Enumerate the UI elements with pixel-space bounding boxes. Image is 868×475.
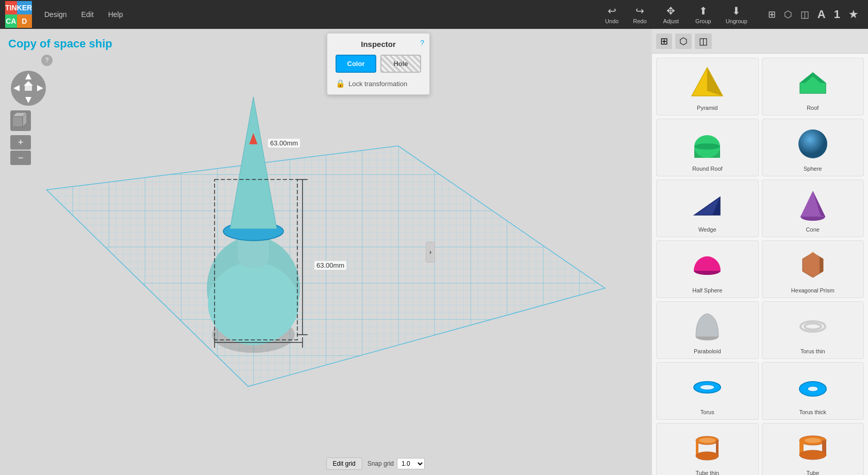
snap-grid-label: Snap grid [368,460,394,467]
shape-round-roof[interactable]: Round Roof [656,119,759,176]
hex-prism-label: Hexagonal Prism [791,287,834,293]
torus-label: Torus [700,409,714,415]
shapes-grid: Pyramid Roof [652,54,868,475]
pyramid-canvas [687,62,728,104]
redo-label: Redo [633,18,646,24]
logo-ca: CA [5,14,17,28]
round-roof-label: Round Roof [692,166,723,172]
zoom-out-button[interactable]: − [10,151,31,165]
zoom-in-button[interactable]: + [10,135,31,150]
pyramid-label: Pyramid [697,105,717,111]
sidebar-grid-button[interactable]: ⊞ [656,34,672,49]
nav-control[interactable] [10,70,46,106]
cone-label: Cone [806,226,820,233]
shape-hex-prism[interactable]: Hexagonal Prism [762,240,864,298]
shape-cone[interactable]: Cone [762,179,864,237]
svg-point-49 [808,386,818,391]
adjust-label: Adjust [663,18,679,24]
half-sphere-canvas [687,245,728,286]
view-num-button[interactable]: 1 [830,6,844,23]
svg-marker-27 [707,68,723,96]
redo-icon: ↪ [636,5,644,17]
wedge-canvas [687,184,728,225]
scene-svg [0,29,652,475]
shape-torus-thick[interactable]: Torus thick [762,362,864,420]
roof-canvas [792,62,833,104]
ungroup-button[interactable]: ⬇ Ungroup [720,3,754,26]
tube-thin-label: Tube thin [696,470,719,475]
help-button[interactable]: ? [41,55,53,66]
lock-transformation-row[interactable]: 🔒 Lock transformation [336,79,421,88]
tube-label: Tube [806,470,819,475]
edit-grid-button[interactable]: Edit grid [326,457,362,470]
svg-marker-11 [46,146,605,386]
shape-paraboloid[interactable]: Paraboloid [656,301,759,359]
main-area: Copy of space ship ? [0,29,868,475]
color-button[interactable]: Color [336,55,376,73]
view-grid-button[interactable]: ⊞ [764,7,780,22]
left-controls: + − [10,70,46,165]
toolbar-undo-redo: ↩ Undo ↪ Redo [599,3,653,26]
svg-point-58 [799,450,826,460]
favorite-button[interactable]: ★ [844,6,863,23]
wedge-label: Wedge [698,226,716,233]
sidebar-box-button[interactable]: ◫ [695,34,712,49]
shape-torus-thin[interactable]: Torus thin [762,301,864,359]
logo-ker: KER [17,1,32,14]
view-cube[interactable] [10,110,31,131]
shape-half-sphere[interactable]: Half Sphere [656,240,759,298]
snap-grid-group: Snap grid 1.0 0.5 0.25 2.0 [368,458,425,469]
shape-tube[interactable]: Tube [762,423,864,475]
collapse-sidebar-button[interactable]: › [426,242,435,263]
sidebar-3d-button[interactable]: ⬡ [675,34,692,49]
torus-thick-canvas [792,367,833,408]
logo-tin: TIN [5,1,17,14]
svg-marker-42 [820,257,823,273]
logo-d: D [17,14,32,28]
logo[interactable]: TIN KER CA D [5,1,32,28]
shape-pyramid[interactable]: Pyramid [656,58,759,116]
view-text-button[interactable]: A [813,6,830,23]
shape-tube-thin[interactable]: Tube thin [656,423,759,475]
paraboloid-canvas [687,306,728,347]
svg-point-14 [208,263,299,346]
inspector-title: Inspector [336,40,421,48]
snap-grid-select[interactable]: 1.0 0.5 0.25 2.0 [397,458,425,469]
lock-icon: 🔒 [336,79,345,88]
svg-point-33 [798,129,827,158]
shape-sphere[interactable]: Sphere [762,119,864,176]
ungroup-label: Ungroup [726,18,747,24]
svg-point-53 [696,452,719,460]
sphere-canvas [792,123,833,165]
undo-label: Undo [605,18,619,24]
view-box-button[interactable]: ◫ [796,7,813,22]
round-roof-canvas [687,123,728,165]
menu-edit[interactable]: Edit [74,0,101,29]
inspector-buttons: Color Hole [336,55,421,73]
inspector-help-button[interactable]: ? [420,39,424,47]
shape-wedge[interactable]: Wedge [656,179,759,237]
adjust-icon: ✥ [666,5,675,17]
group-button[interactable]: ⬆ Group [689,3,717,26]
shape-torus[interactable]: Torus [656,362,759,420]
torus-thick-label: Torus thick [799,409,826,415]
tube-thin-canvas [687,428,728,469]
bottom-bar: Edit grid Snap grid 1.0 0.5 0.25 2.0 [326,457,425,470]
undo-button[interactable]: ↩ Undo [599,3,625,26]
menu-design[interactable]: Design [37,0,74,29]
redo-button[interactable]: ↪ Redo [627,3,653,26]
tube-canvas [792,428,833,469]
adjust-button[interactable]: ✥ Adjust [657,3,686,26]
torus-thin-label: Torus thin [800,348,825,354]
hole-button[interactable]: Hole [380,55,421,73]
canvas-area[interactable]: Copy of space ship ? [0,29,652,475]
svg-rect-7 [12,117,23,127]
menu-help[interactable]: Help [101,0,130,29]
torus-thin-canvas [792,306,833,347]
half-sphere-label: Half Sphere [692,287,722,293]
view-3d-button[interactable]: ⬡ [780,7,796,22]
group-icon: ⬆ [699,5,708,17]
shape-roof[interactable]: Roof [762,58,864,116]
torus-canvas [687,367,728,408]
svg-point-59 [805,438,821,443]
